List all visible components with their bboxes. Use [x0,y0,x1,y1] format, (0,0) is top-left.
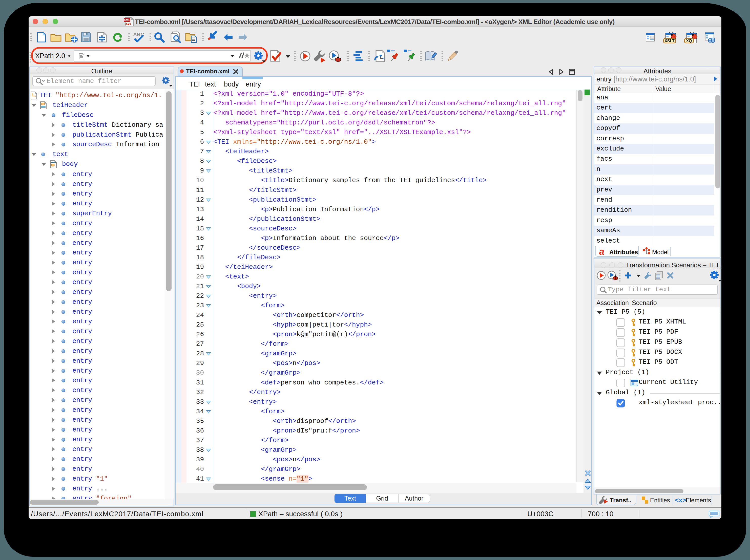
svg-text:TEI: TEI [32,95,36,98]
svg-text:XML: XML [124,18,130,22]
svg-text:XSLT: XSLT [665,39,675,43]
svg-text:*: * [208,36,211,44]
svg-text:<●>: <●> [125,22,132,26]
svg-text:XQ: XQ [686,39,692,43]
